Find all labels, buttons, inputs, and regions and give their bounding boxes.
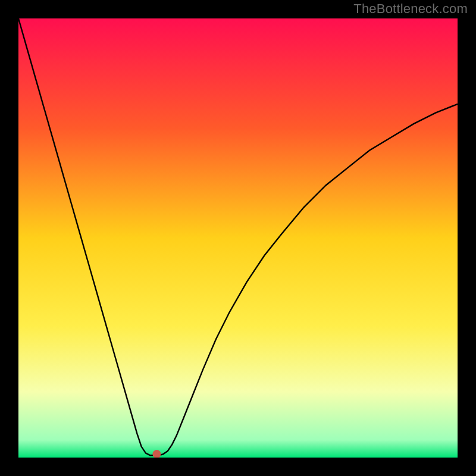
- chart-frame: TheBottleneck.com: [0, 0, 476, 476]
- watermark-text: TheBottleneck.com: [353, 1, 468, 17]
- plot-area: [18, 18, 458, 458]
- gradient-background: [18, 18, 458, 458]
- chart-svg: [18, 18, 458, 458]
